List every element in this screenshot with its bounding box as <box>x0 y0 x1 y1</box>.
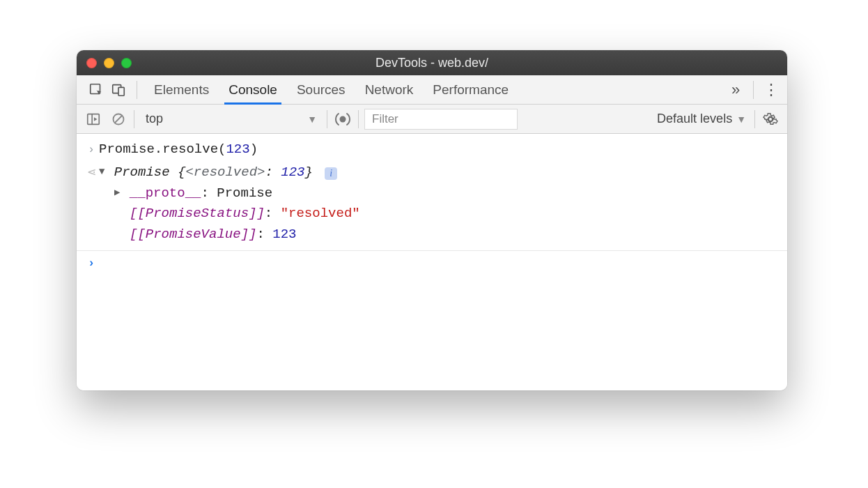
object-property-proto[interactable]: __proto__: Promise <box>99 183 782 204</box>
inspect-element-icon[interactable] <box>85 79 107 101</box>
value-value: 123 <box>272 227 296 242</box>
console-prompt[interactable]: › <box>77 250 787 274</box>
chevron-down-icon: ▼ <box>736 114 746 125</box>
proto-value: Promise <box>217 185 272 201</box>
devtools-window: DevTools - web.dev/ Elements Console Sou… <box>77 50 787 390</box>
svg-point-8 <box>768 117 773 121</box>
expand-toggle-icon[interactable] <box>99 165 104 180</box>
input-marker-icon: › <box>84 139 99 159</box>
object-class: Promise <box>114 165 178 180</box>
proto-key: __proto__ <box>130 185 201 201</box>
console-messages: › Promise.resolve(123) ⋖ Promise {<resol… <box>77 134 787 390</box>
expand-toggle-icon[interactable] <box>114 185 120 201</box>
divider <box>358 110 359 128</box>
log-levels-label: Default levels <box>657 112 732 126</box>
tab-performance[interactable]: Performance <box>423 75 518 104</box>
execution-context-select[interactable]: top ▼ <box>140 109 321 129</box>
svg-rect-3 <box>88 114 100 124</box>
object-property-value: [[PromiseValue]]: 123 <box>99 224 782 245</box>
code-call: Promise.resolve <box>99 142 218 157</box>
window-title: DevTools - web.dev/ <box>77 56 787 70</box>
value-key: [[PromiseValue]] <box>130 227 256 242</box>
live-expression-icon[interactable] <box>333 109 352 129</box>
console-toolbar: top ▼ Default levels ▼ <box>77 105 787 134</box>
status-value: resolved <box>288 206 352 221</box>
divider <box>327 110 327 128</box>
titlebar: DevTools - web.dev/ <box>77 50 787 75</box>
log-levels-select[interactable]: Default levels ▼ <box>654 112 749 126</box>
tab-sources[interactable]: Sources <box>287 75 355 104</box>
tab-elements[interactable]: Elements <box>144 75 219 104</box>
divider <box>754 110 755 128</box>
execution-context-value: top <box>146 112 163 126</box>
clear-console-icon[interactable] <box>109 109 128 129</box>
output-marker-icon: ⋖ <box>84 162 99 182</box>
console-input-echo: › Promise.resolve(123) <box>77 138 787 161</box>
prompt-marker-icon: › <box>84 252 99 273</box>
divider <box>137 81 137 99</box>
tab-network[interactable]: Network <box>355 75 424 104</box>
tab-console[interactable]: Console <box>219 75 287 104</box>
object-property-status: [[PromiseStatus]]: "resolved" <box>99 204 782 224</box>
code-arg: 123 <box>226 142 249 157</box>
devtools-tabs: Elements Console Sources Network Perform… <box>77 75 787 105</box>
divider <box>753 81 754 99</box>
info-icon[interactable]: i <box>325 167 337 180</box>
toggle-sidebar-icon[interactable] <box>84 109 103 129</box>
state-key: <resolved> <box>185 165 265 180</box>
status-key: [[PromiseStatus]] <box>130 206 265 221</box>
more-tabs-icon[interactable]: » <box>725 81 746 99</box>
state-value: 123 <box>281 165 304 180</box>
svg-rect-2 <box>118 87 124 96</box>
chevron-down-icon: ▼ <box>307 114 317 125</box>
filter-input[interactable] <box>364 109 518 130</box>
svg-line-6 <box>115 116 122 123</box>
divider <box>134 110 134 128</box>
device-toolbar-icon[interactable] <box>107 79 130 101</box>
console-settings-icon[interactable] <box>761 109 780 129</box>
svg-point-7 <box>340 116 346 122</box>
console-output: ⋖ Promise {<resolved>: 123} i __proto__:… <box>77 161 787 246</box>
more-options-icon[interactable]: ⋮ <box>761 81 782 99</box>
